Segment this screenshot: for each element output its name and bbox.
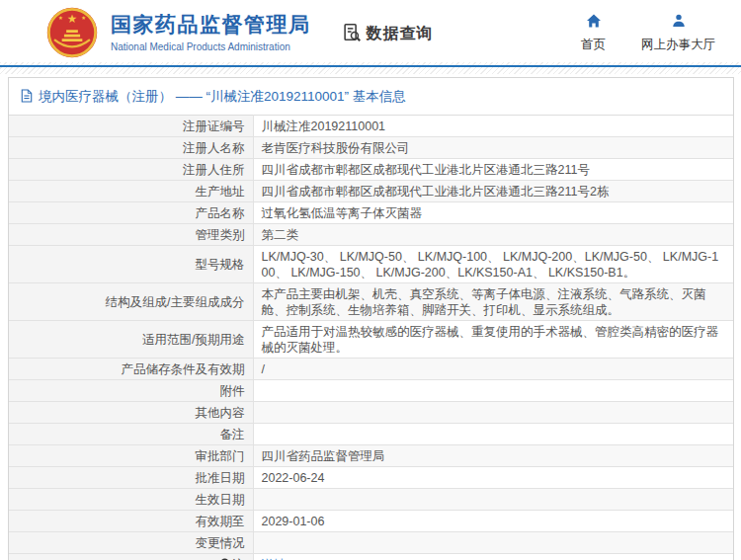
field-label-cell: 注 [9,554,253,560]
field-label-cell: 有效期至 [9,511,253,532]
field-label: 适用范围/预期用途 [142,333,244,347]
registration-table-body: 注册证编号川械注准20192110001注册人名称老肯医疗科技股份有限公司注册人… [9,116,733,560]
field-label: 附件 [220,384,245,398]
field-value: 第二类 [262,228,299,242]
field-label-cell: 管理类别 [9,224,253,246]
home-icon [586,13,602,33]
page-title: 境内医疗器械（注册） —— “川械注准20192110001” 基本信息 [39,88,406,106]
blue-divider-line [0,65,741,67]
field-label: 注册人住所 [183,163,245,177]
field-value-cell: 川械注准20192110001 [253,116,733,137]
field-value-cell: 2029-01-06 [253,511,733,532]
table-row: 变更情况 [9,532,733,554]
table-row: 产品储存条件及有效期/ [9,359,733,380]
nav-item-home[interactable]: 首页 [581,13,606,53]
field-value: 老肯医疗科技股份有限公司 [262,141,410,155]
national-emblem-logo: ★ ★ ★ [45,6,99,59]
field-value-cell: 过氧化氢低温等离子体灭菌器 [253,202,733,224]
section-title-bar: 境内医疗器械（注册） —— “川械注准20192110001” 基本信息 [9,78,733,115]
table-row: 管理类别第二类 [9,224,733,246]
field-label-cell: 附件 [9,380,253,402]
table-row: 审批部门四川省药品监督管理局 [9,445,733,467]
field-value-cell [253,424,733,445]
table-row: 产品名称过氧化氢低温等离子体灭菌器 [9,202,733,224]
field-value: 四川省成都市郫都区成都现代工业港北片区港通北三路211号2栋 [262,185,610,199]
field-value-cell: 四川省成都市郫都区成都现代工业港北片区港通北三路211号 [253,159,733,181]
field-label-cell: 其他内容 [9,402,253,424]
content-panel: 境内医疗器械（注册） —— “川械注准20192110001” 基本信息 注册证… [8,77,734,560]
field-label: 备注 [220,428,245,441]
svg-text:★: ★ [58,15,63,21]
registration-info-table: 注册证编号川械注准20192110001注册人名称老肯医疗科技股份有限公司注册人… [9,115,733,560]
field-value: 2022-06-24 [262,471,325,485]
field-value: 本产品主要由机架、机壳、真空系统、等离子体电源、注液系统、气路系统、灭菌舱、控制… [262,287,706,317]
field-label-cell: 注册人名称 [9,137,253,159]
field-label: 型号规格 [196,258,245,272]
table-row: 批准日期2022-06-24 [9,467,733,489]
site-header: ★ ★ ★ 国家药品监督管理局 National Medical Product… [0,0,741,62]
field-value: 过氧化氢低温等离子体灭菌器 [262,206,423,220]
table-row: 备注 [9,424,733,445]
field-label: 审批部门 [196,449,245,463]
field-label-cell: 结构及组成/主要组成成分 [9,283,253,321]
svg-text:★: ★ [81,15,86,21]
field-value-cell: 老肯医疗科技股份有限公司 [253,137,733,159]
data-query-label: 数据查询 [367,24,434,44]
nav-home-label: 首页 [581,37,606,53]
field-label: 产品名称 [196,206,245,220]
field-label: 结构及组成/主要组成成分 [106,295,245,309]
field-value-cell [253,489,733,511]
table-row: 注册人住所四川省成都市郫都区成都现代工业港北片区港通北三路211号 [9,159,733,181]
field-value: 四川省成都市郫都区成都现代工业港北片区港通北三路211号 [262,163,590,177]
field-label: 批准日期 [196,471,245,485]
agency-title-block: 国家药品监督管理局 National Medical Products Admi… [111,11,311,52]
field-label-cell: 审批部门 [9,445,253,467]
table-row: 注详情 [9,554,733,560]
table-row: 其他内容 [9,402,733,424]
page-doc-icon [21,89,33,106]
document-search-icon [341,22,363,47]
field-value: 川械注准20192110001 [262,120,386,133]
table-row: 适用范围/预期用途产品适用于对温热较敏感的医疗器械、重复使用的手术器械、管腔类高… [9,321,733,359]
svg-text:★: ★ [67,12,77,25]
nav-service-hall-label: 网上办事大厅 [641,37,715,53]
field-value-cell: 本产品主要由机架、机壳、真空系统、等离子体电源、注液系统、气路系统、灭菌舱、控制… [253,283,733,321]
field-value: / [262,362,265,376]
field-value-cell: 详情 [253,554,733,560]
field-label: 注册证编号 [183,120,245,133]
field-label: 生产地址 [196,185,245,199]
field-value: 2029-01-06 [262,515,325,528]
field-value-cell: LK/MJQ-30、 LK/MJQ-50、 LK/MJQ-100、 LK/MJQ… [253,246,733,283]
field-value-cell: / [253,359,733,380]
table-row: 有效期至2029-01-06 [9,511,733,532]
field-value-cell [253,532,733,554]
field-label-cell: 变更情况 [9,532,253,554]
field-value-cell: 第二类 [253,224,733,246]
field-label: 有效期至 [196,515,245,528]
field-label-cell: 产品储存条件及有效期 [9,359,253,380]
field-value-cell: 2022-06-24 [253,467,733,489]
nav-item-service-hall[interactable]: 网上办事大厅 [641,13,715,53]
field-value: 四川省药品监督管理局 [262,449,385,463]
table-row: 注册人名称老肯医疗科技股份有限公司 [9,137,733,159]
field-label: 其他内容 [196,406,245,420]
field-label-cell: 批准日期 [9,467,253,489]
field-label-cell: 生产地址 [9,181,253,202]
table-row: 结构及组成/主要组成成分本产品主要由机架、机壳、真空系统、等离子体电源、注液系统… [9,283,733,321]
field-label: 产品储存条件及有效期 [122,362,245,376]
field-value: LK/MJQ-30、 LK/MJQ-50、 LK/MJQ-100、 LK/MJQ… [262,250,719,280]
field-label-cell: 注册人住所 [9,159,253,181]
data-query-module[interactable]: 数据查询 [341,22,434,47]
agency-name-cn: 国家药品监督管理局 [111,11,311,39]
header-separator [0,62,741,74]
table-row: 型号规格LK/MJQ-30、 LK/MJQ-50、 LK/MJQ-100、 LK… [9,246,733,283]
field-value-cell: 四川省成都市郫都区成都现代工业港北片区港通北三路211号2栋 [253,181,733,202]
field-value-cell: 产品适用于对温热较敏感的医疗器械、重复使用的手术器械、管腔类高精密的医疗器械的灭… [253,321,733,359]
field-label-cell: 型号规格 [9,246,253,283]
field-value-cell [253,402,733,424]
table-row: 注册证编号川械注准20192110001 [9,116,733,137]
table-row: 附件 [9,380,733,402]
field-label-cell: 备注 [9,424,253,445]
field-label: 生效日期 [196,493,245,507]
field-label: 变更情况 [196,536,245,550]
